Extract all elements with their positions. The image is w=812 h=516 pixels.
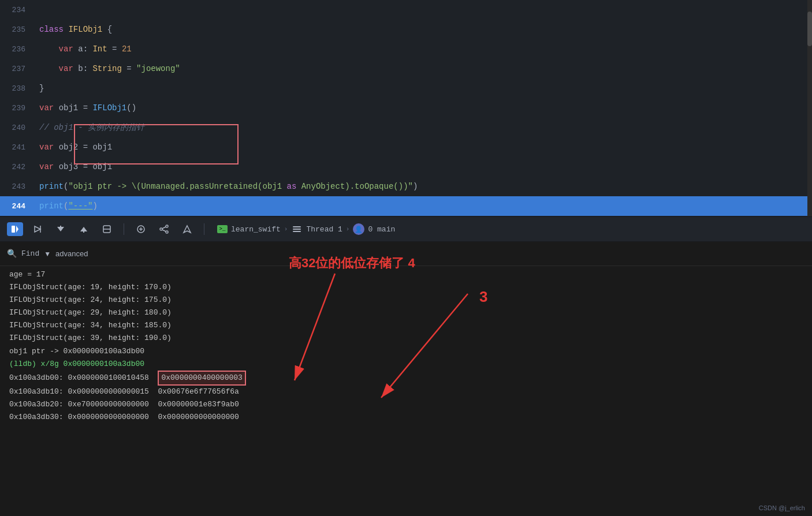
line-content-240: // obj1 - 实例内存的指针 <box>35 122 144 133</box>
highlighted-hex: 0x0000000400000003 <box>158 371 245 386</box>
filter-input[interactable] <box>55 249 805 258</box>
step-over-button[interactable] <box>29 222 46 237</box>
scrollbar-thumb[interactable] <box>807 12 812 46</box>
line-num-235: 235 <box>0 25 35 34</box>
svg-marker-17 <box>184 226 191 233</box>
code-line-243: 243 print("obj1 ptr -> \(Unmanaged.passU… <box>0 177 812 196</box>
svg-line-16 <box>162 230 166 231</box>
code-line-241: 241 var obj2 = obj1 <box>0 137 812 157</box>
line-content-242: var obj3 = obj1 <box>35 162 112 171</box>
add-breakpoint-button[interactable] <box>132 222 150 237</box>
console-line-ptr: obj1 ptr -> 0x0000000100a3db00 <box>9 345 803 358</box>
line-num-243: 243 <box>0 182 35 191</box>
line-num-239: 239 <box>0 104 35 113</box>
console-area: 🔍 Find ▼ age = 17 IFLObjStruct(age: 19, … <box>0 242 812 516</box>
line-num-237: 237 <box>0 65 35 73</box>
line-num-240: 240 <box>0 124 35 132</box>
console-line-hex2: 0x100a3db10: 0x0000000000000015 0x00676e… <box>9 386 803 398</box>
svg-rect-18 <box>293 226 301 227</box>
share-button[interactable] <box>155 222 173 237</box>
code-line-235: 235 class IFLObj1 { <box>0 20 812 39</box>
thread-icon <box>291 223 303 235</box>
svg-marker-1 <box>16 226 18 233</box>
console-line-1: IFLObjStruct(age: 19, height: 170.0) <box>9 281 803 294</box>
code-line-236: 236 var a: Int = 21 <box>0 39 812 59</box>
breadcrumb-thread: Thread 1 <box>306 225 342 234</box>
code-line-239: 239 var obj1 = IFLObj1() <box>0 98 812 118</box>
find-label: Find <box>21 249 39 258</box>
console-line-age: age = 17 <box>9 268 803 281</box>
line-content-236: var a: Int = 21 <box>35 44 132 54</box>
svg-rect-6 <box>83 230 84 233</box>
svg-rect-4 <box>60 226 61 229</box>
console-line-2: IFLObjStruct(age: 24, height: 175.0) <box>9 294 803 306</box>
line-num-242: 242 <box>0 163 35 171</box>
line-content-237: var b: String = "joewong" <box>35 64 180 73</box>
breadcrumb-sep-1: › <box>284 226 288 233</box>
line-num-234: 234 <box>0 6 35 14</box>
terminal-icon: >_ <box>217 225 228 233</box>
code-line-238: 238 } <box>0 78 812 98</box>
app-window: 234 235 class IFLObj1 { 236 var a: Int =… <box>0 0 812 516</box>
find-dropdown[interactable]: ▼ <box>44 250 51 258</box>
line-content-241: var obj2 = obj1 <box>35 143 112 152</box>
code-line-240: 240 // obj1 - 实例内存的指针 <box>0 118 812 137</box>
watermark: CSDN @j_erlich <box>759 504 805 511</box>
breadcrumb-frame: 0 main <box>368 225 395 234</box>
continue-button[interactable] <box>7 222 23 236</box>
console-line-lldb: (lldb) x/8g 0x0000000100a3db00 <box>9 358 803 371</box>
breadcrumb: >_ learn_swift › Thread 1 › 👤 0 main <box>217 223 395 235</box>
console-line-5: IFLObjStruct(age: 39, height: 190.0) <box>9 332 803 345</box>
toolbar-divider-2 <box>204 223 204 235</box>
person-icon: 👤 <box>353 223 364 235</box>
step-into-button[interactable] <box>52 222 69 237</box>
line-num-238: 238 <box>0 84 35 93</box>
line-num-244: 244 <box>0 202 35 211</box>
svg-rect-19 <box>293 229 301 230</box>
line-content-239: var obj1 = IFLObj1() <box>35 103 136 113</box>
search-icon: 🔍 <box>7 249 17 259</box>
line-content-243: print("obj1 ptr -> \(Unmanaged.passUnret… <box>35 182 418 191</box>
console-line-4: IFLObjStruct(age: 34, height: 185.0) <box>9 319 803 332</box>
console-line-hex4: 0x100a3db30: 0x0000000000000000 0x000000… <box>9 411 803 424</box>
navigate-button[interactable] <box>178 222 196 237</box>
breadcrumb-sep-2: › <box>346 226 350 233</box>
code-editor: 234 235 class IFLObj1 { 236 var a: Int =… <box>0 0 812 216</box>
console-toolbar: 🔍 Find ▼ <box>0 242 812 266</box>
code-line-237: 237 var b: String = "joewong" <box>0 59 812 78</box>
console-line-hex3: 0x100a3db20: 0xe700000000000000 0x000000… <box>9 398 803 411</box>
line-content-235: class IFLObj1 { <box>35 25 112 34</box>
line-content-244: print("---") <box>35 201 98 211</box>
svg-line-15 <box>162 227 166 229</box>
toolbar-divider-1 <box>124 223 124 235</box>
code-line-242: 242 var obj3 = obj1 <box>0 157 812 177</box>
code-line-244: 244 print("---") <box>0 196 812 216</box>
line-num-241: 241 <box>0 143 35 152</box>
console-output: age = 17 IFLObjStruct(age: 19, height: 1… <box>0 266 812 516</box>
code-line-234: 234 <box>0 0 812 20</box>
line-content-238: } <box>35 84 44 93</box>
step-out-button[interactable] <box>75 222 92 237</box>
svg-point-12 <box>166 225 168 227</box>
console-line-3: IFLObjStruct(age: 29, height: 180.0) <box>9 306 803 319</box>
console-line-hex1: 0x100a3db00: 0x0000000100010458 0x000000… <box>9 371 803 386</box>
editor-scrollbar[interactable] <box>807 0 812 216</box>
code-line-245: 245 //var age = 18 <box>0 216 812 216</box>
svg-point-14 <box>166 231 168 233</box>
svg-rect-20 <box>293 231 301 232</box>
svg-rect-0 <box>12 226 15 233</box>
breadcrumb-project: learn_swift <box>231 225 281 234</box>
dropdown-arrow: ▼ <box>44 250 51 258</box>
line-num-236: 236 <box>0 45 35 54</box>
debug-toolbar: >_ learn_swift › Thread 1 › 👤 0 main <box>0 216 812 242</box>
svg-point-13 <box>160 228 162 230</box>
step-instruction-button[interactable] <box>98 222 116 237</box>
